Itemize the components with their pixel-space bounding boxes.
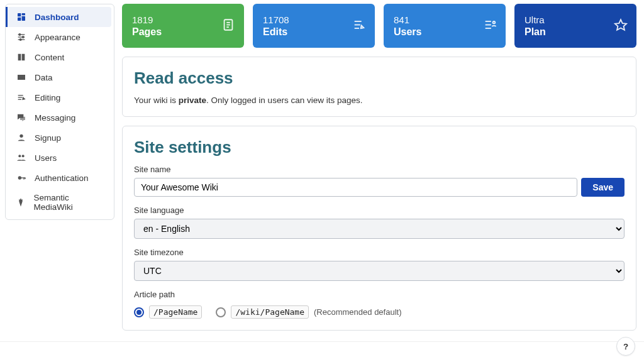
site-timezone-label: Site timezone <box>134 248 625 257</box>
auth-icon <box>16 173 27 183</box>
content-icon <box>16 52 27 62</box>
sidebar-item-users[interactable]: Users <box>8 148 111 168</box>
sidebar-item-content[interactable]: Content <box>8 47 111 67</box>
sidebar-item-label: Authentication <box>35 173 89 183</box>
svg-point-9 <box>19 39 21 41</box>
stat-users-value: 841 <box>394 14 496 25</box>
radio-icon <box>134 307 144 317</box>
sidebar-item-label: Dashboard <box>35 13 79 22</box>
article-path-options: /PageName /wiki/PageName (Recommended de… <box>134 305 625 319</box>
read-access-heading: Read access <box>134 69 625 88</box>
article-path-label: Article path <box>134 290 625 299</box>
stat-tiles: 1819 Pages 11708 Edits 841 Users <box>122 4 636 48</box>
sidebar-item-data[interactable]: Data <box>8 67 111 87</box>
site-language-label: Site language <box>134 206 625 215</box>
site-settings-panel: Site settings Site name Save Site langua… <box>122 126 636 331</box>
svg-point-16 <box>18 176 21 179</box>
svg-point-8 <box>22 36 24 38</box>
article-path-option-wiki[interactable]: /wiki/PageName (Recommended default) <box>216 305 401 319</box>
svg-point-14 <box>18 155 21 157</box>
semantic-icon <box>16 197 26 207</box>
stat-edits[interactable]: 11708 Edits <box>253 4 375 48</box>
svg-rect-0 <box>18 13 21 16</box>
user-list-icon <box>483 18 497 34</box>
signup-icon <box>16 133 27 143</box>
stat-edits-value: 11708 <box>263 14 365 25</box>
sidebar-item-label: Signup <box>35 133 61 143</box>
sidebar-item-label: Data <box>35 73 53 82</box>
sidebar-item-label: Appearance <box>35 33 80 42</box>
sidebar-item-label: Content <box>35 53 64 62</box>
svg-point-30 <box>493 21 496 24</box>
svg-marker-31 <box>615 19 626 30</box>
main-content: 1819 Pages 11708 Edits 841 Users <box>122 4 639 362</box>
stat-pages[interactable]: 1819 Pages <box>122 4 244 48</box>
svg-rect-2 <box>22 16 25 21</box>
svg-rect-19 <box>25 177 25 179</box>
radio-icon <box>216 307 226 317</box>
site-language-select[interactable]: en - English <box>134 219 625 239</box>
users-icon <box>16 153 27 163</box>
messaging-icon <box>16 112 27 123</box>
edit-list-icon <box>352 18 366 34</box>
read-access-panel: Read access Your wiki is private. Only l… <box>122 57 636 117</box>
sidebar-item-label: Messaging <box>35 113 75 123</box>
article-path-value-wiki: /wiki/PageName <box>231 305 309 319</box>
article-path-value-short: /PageName <box>149 305 202 319</box>
svg-rect-17 <box>21 177 25 178</box>
site-timezone-select[interactable]: UTC <box>134 261 625 281</box>
site-name-label: Site name <box>134 165 625 174</box>
stat-users[interactable]: 841 Users <box>384 4 506 48</box>
stat-pages-label: Pages <box>132 26 234 38</box>
site-name-input[interactable] <box>134 178 577 197</box>
stat-edits-label: Edits <box>263 26 365 38</box>
sidebar-item-messaging[interactable]: Messaging <box>8 107 111 128</box>
stat-plan[interactable]: Ultra Plan <box>514 4 636 48</box>
sidebar-item-label: Semantic MediaWiki <box>33 193 104 212</box>
sidebar-item-semantic-mediawiki[interactable]: Semantic MediaWiki <box>8 188 111 217</box>
data-icon <box>16 72 27 82</box>
dashboard-icon <box>16 12 27 22</box>
sidebar-item-signup[interactable]: Signup <box>8 128 111 148</box>
sidebar-item-label: Users <box>35 153 57 163</box>
site-settings-heading: Site settings <box>134 138 625 157</box>
svg-rect-18 <box>23 177 24 179</box>
article-path-option-short[interactable]: /PageName <box>134 305 202 319</box>
sidebar-item-dashboard[interactable]: Dashboard <box>6 7 111 27</box>
footer-divider <box>0 341 644 342</box>
help-button[interactable]: ? <box>616 337 635 356</box>
article-path-hint: (Recommended default) <box>314 307 401 317</box>
svg-point-13 <box>19 134 23 138</box>
svg-point-15 <box>22 155 25 157</box>
sidebar: DashboardAppearanceContentDataEditingMes… <box>5 4 114 220</box>
stat-pages-value: 1819 <box>132 14 234 25</box>
star-icon <box>614 18 628 34</box>
sidebar-item-authentication[interactable]: Authentication <box>8 168 111 188</box>
document-icon <box>221 18 235 34</box>
svg-rect-3 <box>18 18 21 21</box>
editing-icon <box>16 92 27 102</box>
stat-users-label: Users <box>394 26 496 38</box>
stat-plan-label: Plan <box>525 26 626 38</box>
svg-rect-1 <box>22 13 25 15</box>
read-access-text: Your wiki is private. Only logged in use… <box>134 96 625 105</box>
sidebar-item-editing[interactable]: Editing <box>8 87 111 107</box>
sidebar-item-label: Editing <box>35 93 60 102</box>
svg-point-7 <box>19 34 21 36</box>
appearance-icon <box>16 32 27 42</box>
save-button[interactable]: Save <box>581 178 625 197</box>
stat-plan-value: Ultra <box>525 14 626 25</box>
sidebar-item-appearance[interactable]: Appearance <box>8 27 111 47</box>
